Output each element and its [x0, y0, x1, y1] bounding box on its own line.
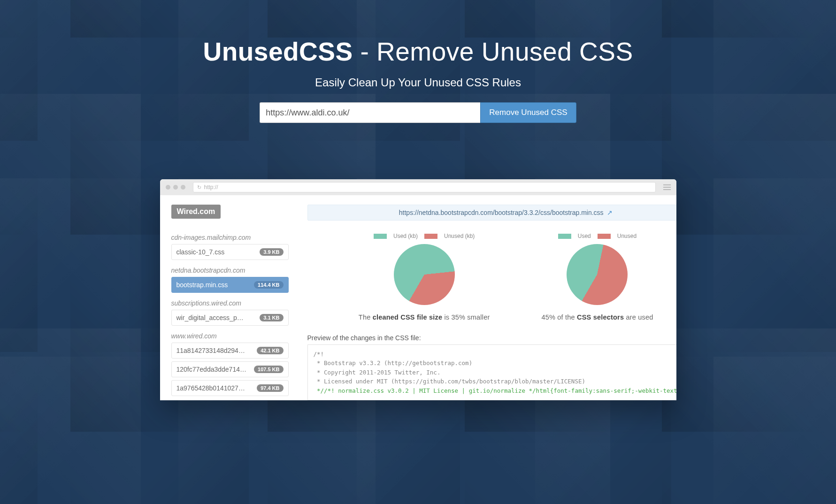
chart-selectors: Used Unused 45% of the CSS selectors are…	[541, 233, 653, 321]
code-green: *//*! normalize.css v3.0.2 | MIT License…	[314, 387, 676, 394]
size-badge: 107.5 KB	[254, 366, 283, 373]
code-preview: /*! * Bootstrap v3.3.2 (http://getbootst…	[307, 344, 676, 400]
mock-browser: ↻ http:// Wired.com cdn-images.mailchimp…	[160, 179, 676, 400]
size-badge: 114.4 KB	[254, 281, 283, 289]
legend: Used Unused	[541, 233, 653, 239]
size-badge: 42.1 KB	[257, 347, 283, 354]
hero: UnusedCSS - Remove Unused CSS Easily Cle…	[0, 0, 836, 142]
external-link-icon[interactable]: ↗	[607, 209, 613, 216]
file-row[interactable]: 120fc77edda3dde71441… 107.5 KB	[171, 361, 289, 377]
title-rest: - Remove Unused CSS	[353, 37, 633, 66]
file-row[interactable]: classic-10_7.css 3.9 KB	[171, 244, 289, 260]
file-name: classic-10_7.css	[176, 248, 225, 256]
swatch-used-icon	[558, 234, 571, 239]
file-url-text: https://netdna.bootstrapcdn.com/bootstra…	[399, 209, 604, 216]
cap-text: are used	[624, 313, 653, 321]
size-badge: 97.4 KB	[257, 384, 283, 392]
swatch-used-icon	[374, 234, 387, 239]
subtitle: Easily Clean Up Your Unused CSS Rules	[9, 76, 827, 89]
size-badge: 3.9 KB	[260, 248, 283, 256]
browser-chrome: ↻ http://	[160, 179, 676, 195]
detail-panel: https://netdna.bootstrapcdn.com/bootstra…	[289, 205, 676, 400]
menu-icon[interactable]	[663, 184, 671, 190]
domain-badge: Wired.com	[171, 205, 221, 219]
file-name: bootstrap.min.css	[176, 281, 228, 289]
file-row[interactable]: bootstrap.min.css 114.4 KB	[171, 277, 289, 293]
file-name: 11a8142733148d294243…	[176, 347, 247, 354]
cap-text: is 35% smaller	[442, 313, 490, 321]
url-input[interactable]	[260, 102, 480, 123]
chart-caption: The cleaned CSS file size is 35% smaller	[359, 313, 490, 321]
chart-caption: 45% of the CSS selectors are used	[541, 313, 653, 321]
file-name: wir_digital_access_p…	[176, 314, 244, 321]
address-bar[interactable]: ↻ http://	[193, 182, 656, 192]
pie-chart-selectors	[567, 244, 628, 305]
address-text: http://	[204, 184, 218, 191]
host-label: subscriptions.wired.com	[171, 299, 289, 307]
legend-label: Unused	[617, 233, 637, 239]
reload-icon: ↻	[197, 184, 201, 191]
swatch-unused-icon	[598, 234, 611, 239]
window-dot-icon	[166, 185, 170, 190]
swatch-unused-icon	[424, 234, 437, 239]
url-form: Remove Unused CSS	[9, 102, 827, 123]
chart-size: Used (kb) Unused (kb) The cleaned CSS fi…	[359, 233, 490, 321]
pie-chart-size	[394, 244, 455, 305]
legend-label: Unused (kb)	[444, 233, 475, 239]
app-body: Wired.com cdn-images.mailchimp.com class…	[160, 195, 676, 400]
host-label: cdn-images.mailchimp.com	[171, 234, 289, 241]
charts: Used (kb) Unused (kb) The cleaned CSS fi…	[307, 233, 676, 321]
legend-label: Used (kb)	[393, 233, 418, 239]
legend: Used (kb) Unused (kb)	[359, 233, 490, 239]
preview-label: Preview of the changes in the CSS file:	[307, 334, 676, 342]
window-dot-icon	[181, 185, 185, 190]
title-bold: UnusedCSS	[203, 37, 353, 66]
file-row[interactable]: 11a8142733148d294243… 42.1 KB	[171, 343, 289, 359]
legend-label: Used	[578, 233, 591, 239]
file-row[interactable]: wir_digital_access_p… 3.1 KB	[171, 310, 289, 326]
cap-bold: CSS selectors	[577, 313, 624, 321]
window-dot-icon	[173, 185, 178, 190]
code-grey: /*! * Bootstrap v3.3.2 (http://getbootst…	[314, 351, 585, 385]
cap-bold: cleaned CSS file size	[373, 313, 442, 321]
page-title: UnusedCSS - Remove Unused CSS	[9, 37, 827, 67]
file-name: 1a9765428b0141027f4d…	[176, 384, 247, 392]
remove-unused-css-button[interactable]: Remove Unused CSS	[480, 102, 576, 123]
host-label: www.wired.com	[171, 332, 289, 340]
size-badge: 3.1 KB	[260, 314, 283, 321]
file-name: 120fc77edda3dde71441…	[176, 366, 247, 373]
sidebar: Wired.com cdn-images.mailchimp.com class…	[171, 205, 289, 400]
file-url: https://netdna.bootstrapcdn.com/bootstra…	[307, 205, 676, 221]
file-row[interactable]: 1a9765428b0141027f4d… 97.4 KB	[171, 380, 289, 396]
cap-text: The	[359, 313, 373, 321]
cap-text: 45% of the	[541, 313, 577, 321]
host-label: netdna.bootstrapcdn.com	[171, 267, 289, 274]
